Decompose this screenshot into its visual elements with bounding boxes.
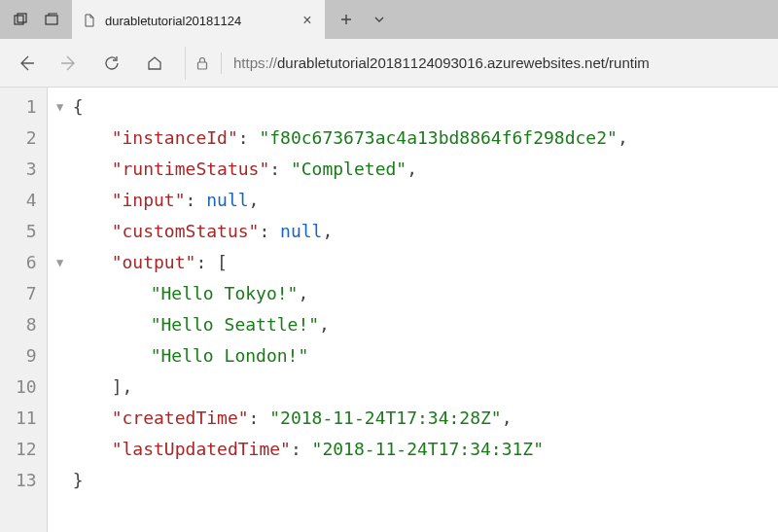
svg-rect-1 <box>18 14 26 22</box>
back-button[interactable] <box>10 47 43 80</box>
fold-arrow-icon <box>48 154 73 185</box>
fold-arrow-icon <box>48 465 73 496</box>
lock-icon <box>195 55 209 71</box>
titlebar: durabletutorial20181124 × <box>0 0 778 39</box>
line-number: 2 <box>0 123 47 154</box>
tab-menu-button[interactable] <box>364 4 395 35</box>
fold-gutter: ▼▼ <box>48 88 73 532</box>
address-url: https://durabletutorial20181124093016.az… <box>233 54 650 71</box>
code-line: { <box>73 91 778 123</box>
line-number: 11 <box>0 403 47 434</box>
window-controls <box>0 0 72 39</box>
code-line: "input": null, <box>73 185 778 216</box>
fold-arrow-icon <box>48 309 73 340</box>
line-number: 12 <box>0 434 47 465</box>
fold-arrow-icon <box>48 340 73 372</box>
show-tabs-icon[interactable] <box>37 5 66 34</box>
fold-arrow-icon <box>48 372 73 403</box>
svg-rect-0 <box>15 16 23 24</box>
line-number: 5 <box>0 216 47 247</box>
home-button[interactable] <box>138 47 171 80</box>
page-icon <box>82 13 97 28</box>
fold-arrow-icon <box>48 216 73 247</box>
forward-button[interactable] <box>53 47 86 80</box>
code-line: "output": [ <box>73 247 778 278</box>
address-bar[interactable]: https://durabletutorial20181124093016.az… <box>185 47 768 80</box>
refresh-button[interactable] <box>95 47 128 80</box>
fold-arrow-icon <box>48 123 73 154</box>
fold-arrow-icon <box>48 403 73 434</box>
code-line: "Hello Tokyo!", <box>73 278 778 309</box>
line-number: 8 <box>0 309 47 340</box>
fold-arrow-icon <box>48 185 73 216</box>
fold-arrow-icon <box>48 278 73 309</box>
new-tab-button[interactable] <box>331 4 362 35</box>
line-number: 10 <box>0 372 47 403</box>
line-number: 13 <box>0 465 47 496</box>
code-line: "instanceId": "f80c673673ac4a13bd8864f6f… <box>73 123 778 154</box>
code-line: "runtimeStatus": "Completed", <box>73 154 778 185</box>
line-number: 6 <box>0 247 47 278</box>
tab-title: durabletutorial20181124 <box>105 14 292 28</box>
line-numbers: 12345678910111213 <box>0 88 48 532</box>
code-body[interactable]: {"instanceId": "f80c673673ac4a13bd8864f6… <box>73 88 778 532</box>
fold-arrow-icon[interactable]: ▼ <box>48 91 73 123</box>
json-viewer: 12345678910111213 ▼▼ {"instanceId": "f80… <box>0 88 778 532</box>
line-number: 4 <box>0 185 47 216</box>
code-line: "customStatus": null, <box>73 216 778 247</box>
tabs-aside-icon[interactable] <box>6 5 35 34</box>
line-number: 3 <box>0 154 47 185</box>
fold-arrow-icon <box>48 434 73 465</box>
code-line: ], <box>73 372 778 403</box>
navbar: https://durabletutorial20181124093016.az… <box>0 39 778 88</box>
svg-rect-3 <box>198 62 207 69</box>
svg-rect-2 <box>46 16 57 24</box>
line-number: 7 <box>0 278 47 309</box>
fold-arrow-icon[interactable]: ▼ <box>48 247 73 278</box>
close-tab-icon[interactable]: × <box>300 12 315 29</box>
code-line: } <box>73 465 778 496</box>
code-line: "lastUpdatedTime": "2018-11-24T17:34:31Z… <box>73 434 778 465</box>
code-line: "Hello London!" <box>73 340 778 372</box>
line-number: 9 <box>0 340 47 372</box>
code-line: "createdTime": "2018-11-24T17:34:28Z", <box>73 403 778 434</box>
tab-actions <box>325 0 401 39</box>
code-line: "Hello Seattle!", <box>73 309 778 340</box>
line-number: 1 <box>0 91 47 123</box>
browser-tab[interactable]: durabletutorial20181124 × <box>72 0 325 39</box>
separator <box>221 53 222 74</box>
